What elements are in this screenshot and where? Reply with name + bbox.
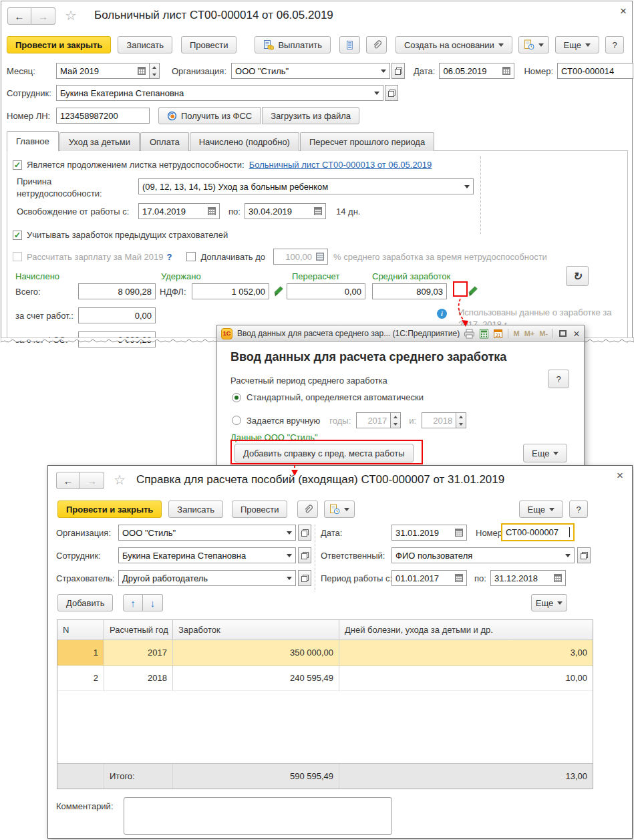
- write-button[interactable]: Записать: [168, 501, 223, 518]
- recalc-field[interactable]: 0,00: [287, 283, 365, 299]
- tab-childcare[interactable]: Уход за детьми: [59, 132, 140, 151]
- more-button[interactable]: Еще: [555, 36, 599, 53]
- tab-payment[interactable]: Оплата: [140, 132, 189, 151]
- org-field[interactable]: ООО "Стиль": [231, 63, 390, 79]
- col-header-year[interactable]: Расчетный год: [104, 620, 173, 640]
- help-button[interactable]: ?: [569, 501, 588, 518]
- close-icon[interactable]: [620, 5, 627, 17]
- combo-arrow-icon[interactable]: [565, 554, 571, 560]
- load-from-file-button[interactable]: Загрузить из файла: [262, 107, 359, 124]
- ln-number-field[interactable]: 123458987200: [56, 108, 150, 124]
- forward-button[interactable]: [31, 7, 55, 25]
- previous-sick-leave-link[interactable]: Больничный лист СТ00-000013 от 06.05.201…: [249, 160, 432, 170]
- exemption-from-field[interactable]: 17.04.2019: [138, 203, 220, 219]
- move-down-button[interactable]: [143, 594, 163, 611]
- calc-salary-hint[interactable]: ?: [166, 252, 172, 262]
- year2-spinner[interactable]: [456, 412, 466, 428]
- org-field[interactable]: ООО "Стиль": [118, 525, 296, 541]
- at-employer-expense-field[interactable]: 0,00: [78, 307, 156, 323]
- memory-mplus-button[interactable]: M+: [524, 329, 535, 337]
- dialog-more-button[interactable]: Еще: [523, 444, 567, 462]
- combo-arrow-icon[interactable]: [287, 531, 292, 537]
- prev-earnings-checkbox[interactable]: [13, 231, 22, 240]
- month-spinner[interactable]: [150, 63, 160, 79]
- attachments-button[interactable]: [366, 36, 387, 53]
- calendar-icon[interactable]: [138, 67, 146, 75]
- get-from-fss-button[interactable]: Получить из ФСС: [158, 107, 261, 124]
- attachments-button[interactable]: [297, 501, 318, 518]
- radio-manual[interactable]: [232, 416, 241, 425]
- col-header-n[interactable]: N: [57, 620, 104, 640]
- pay-button[interactable]: Выплатить: [255, 36, 331, 53]
- favorite-star-icon[interactable]: [114, 472, 126, 488]
- year2-field[interactable]: 2018: [422, 412, 456, 428]
- year1-field[interactable]: 2017: [356, 412, 391, 428]
- tab-recalc-period[interactable]: Пересчет прошлого периода: [300, 132, 434, 151]
- combo-arrow-icon[interactable]: [464, 185, 470, 191]
- period-from-field[interactable]: 01.01.2017: [391, 570, 467, 586]
- maximize-icon[interactable]: [559, 330, 567, 337]
- year1-spinner[interactable]: [391, 412, 401, 428]
- spin-down-icon[interactable]: [150, 71, 159, 78]
- combo-arrow-icon[interactable]: [287, 577, 292, 583]
- employee-open-button[interactable]: [298, 547, 311, 563]
- insurer-open-button[interactable]: [298, 570, 311, 586]
- employee-field[interactable]: Букина Екатерина Степановна: [118, 547, 296, 563]
- calculator-icon[interactable]: [316, 253, 324, 261]
- write-button[interactable]: Записать: [118, 36, 172, 53]
- combo-arrow-icon[interactable]: [374, 92, 379, 98]
- edit-ndfl-pencil-icon[interactable]: [274, 285, 283, 295]
- back-button[interactable]: [7, 7, 31, 25]
- employee-field[interactable]: Букина Екатерина Степановна: [56, 85, 383, 101]
- col-header-earnings[interactable]: Заработок: [173, 620, 339, 640]
- ndfl-field[interactable]: 1 052,00: [192, 283, 269, 299]
- table-row[interactable]: 2 2018 240 595,49 10,00: [57, 666, 593, 691]
- favorite-star-icon[interactable]: [65, 7, 77, 23]
- calendar-icon[interactable]: [314, 207, 322, 215]
- memory-m-button[interactable]: M: [513, 329, 519, 337]
- month-field[interactable]: Май 2019: [56, 63, 150, 79]
- dialog-help-button[interactable]: ?: [548, 370, 569, 388]
- post-button[interactable]: Провести: [232, 501, 288, 518]
- post-and-close-button[interactable]: Провести и закрыть: [57, 501, 162, 518]
- comment-input[interactable]: [124, 797, 392, 835]
- org-open-button[interactable]: [298, 525, 311, 541]
- date-field[interactable]: 06.05.2019: [439, 63, 514, 79]
- date-field[interactable]: 31.01.2019: [391, 525, 467, 541]
- calendar-icon[interactable]: [208, 207, 216, 215]
- spin-up-icon[interactable]: [150, 63, 159, 71]
- more-button[interactable]: Еще: [519, 501, 563, 518]
- reason-field[interactable]: (09, 12, 13, 14, 15) Уход за больным реб…: [138, 178, 474, 194]
- combo-arrow-icon[interactable]: [381, 69, 386, 76]
- combo-arrow-icon[interactable]: [287, 554, 292, 560]
- continuation-checkbox[interactable]: [13, 160, 22, 170]
- calendar-icon[interactable]: [554, 574, 562, 582]
- dialog-titlebar[interactable]: 1С Ввод данных для расчета среднего зар.…: [217, 325, 584, 342]
- calc-salary-checkbox[interactable]: [13, 252, 22, 261]
- responsible-open-button[interactable]: [577, 547, 591, 563]
- structure-button[interactable]: [339, 36, 360, 53]
- help-button[interactable]: ?: [605, 36, 624, 53]
- responsible-field[interactable]: ФИО пользователя: [391, 547, 575, 563]
- pay-up-checkbox[interactable]: [186, 252, 196, 261]
- calendar-icon[interactable]: [455, 529, 463, 537]
- doc-history-button[interactable]: [324, 501, 355, 518]
- calendar-button[interactable]: 31: [493, 329, 503, 339]
- print-button[interactable]: [464, 329, 475, 339]
- tab-main[interactable]: Главное: [7, 131, 59, 151]
- col-header-days[interactable]: Дней болезни, ухода за детьми и др.: [339, 620, 593, 640]
- create-on-base-button[interactable]: Создать на основании: [395, 36, 512, 53]
- edit-avg-earnings-pencil-icon[interactable]: [468, 285, 478, 295]
- calendar-icon[interactable]: [455, 574, 463, 582]
- memory-mminus-button[interactable]: M-: [539, 329, 548, 337]
- add-reference-button[interactable]: Добавить справку с пред. места работы: [234, 444, 414, 462]
- number-field[interactable]: СТ00-000007: [501, 523, 575, 541]
- number-field[interactable]: СТ00-000014: [557, 63, 633, 79]
- employee-open-button[interactable]: [385, 85, 398, 101]
- back-button[interactable]: [56, 472, 80, 489]
- tab-accrued-detail[interactable]: Начислено (подробно): [190, 132, 299, 151]
- total-field[interactable]: 8 090,28: [78, 283, 156, 299]
- insurer-field[interactable]: Другой работодатель: [118, 570, 296, 586]
- period-to-field[interactable]: 31.12.2018: [490, 570, 566, 586]
- forward-button[interactable]: [80, 472, 104, 489]
